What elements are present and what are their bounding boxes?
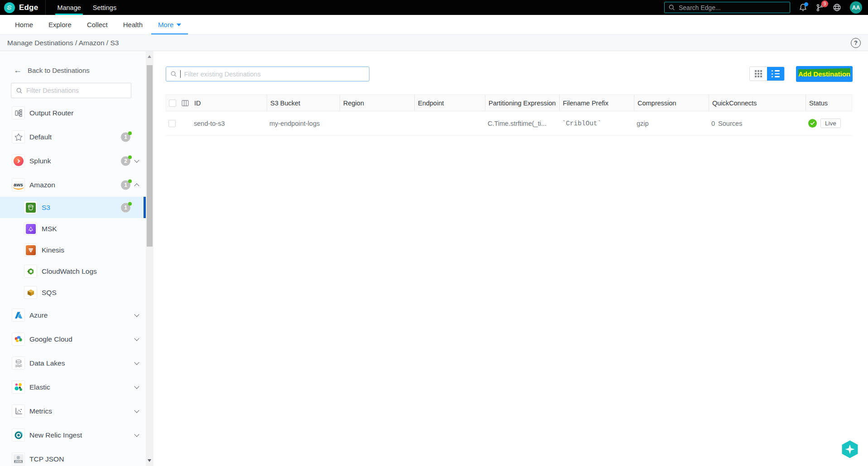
question-icon: ? bbox=[854, 39, 858, 46]
sidebar-item-splunk[interactable]: Splunk 2 bbox=[0, 149, 146, 173]
search-icon bbox=[16, 87, 23, 94]
scrollbar-thumb[interactable] bbox=[147, 65, 153, 247]
google-cloud-icon bbox=[12, 333, 25, 346]
breadcrumb: Manage Destinations / Amazon / S3 bbox=[7, 39, 119, 47]
tab-more[interactable]: More bbox=[150, 15, 189, 34]
sidebar-scrollbar[interactable] bbox=[146, 51, 153, 466]
tab-explore[interactable]: Explore bbox=[41, 15, 79, 34]
sidebar-item-kinesis[interactable]: Kinesis bbox=[0, 239, 146, 261]
sidebar-item-elastic[interactable]: Elastic bbox=[0, 375, 146, 399]
docs-globe-button[interactable] bbox=[833, 3, 841, 12]
grid-icon bbox=[755, 70, 762, 77]
assistant-fab-button[interactable] bbox=[840, 440, 859, 459]
git-changes-button[interactable]: 9 bbox=[816, 4, 824, 12]
secondary-nav: Home Explore Collect Health More bbox=[0, 15, 868, 34]
select-all-checkbox[interactable] bbox=[169, 100, 176, 107]
chevron-down-icon bbox=[177, 24, 181, 26]
sidebar-filter-input[interactable]: Filter Destinations bbox=[11, 83, 131, 98]
quickconnects-label: Sources bbox=[718, 120, 742, 127]
global-search-input[interactable]: Search Edge... bbox=[664, 2, 790, 13]
sidebar-filter-placeholder: Filter Destinations bbox=[26, 87, 79, 94]
header-endpoint: Endpoint bbox=[414, 95, 485, 111]
scroll-up-arrow[interactable] bbox=[148, 55, 151, 58]
splunk-icon bbox=[12, 154, 25, 167]
tab-collect[interactable]: Collect bbox=[79, 15, 115, 34]
destinations-sidebar: ← Back to Destinations Filter Destinatio… bbox=[0, 51, 146, 466]
header-region: Region bbox=[340, 95, 414, 111]
sidebar-item-google-cloud[interactable]: Google Cloud bbox=[0, 327, 146, 351]
cell-s3-bucket: my-endpoint-logs bbox=[266, 111, 339, 135]
brand-logo-area[interactable]: Edge bbox=[0, 0, 46, 15]
cell-compression: gzip bbox=[633, 111, 708, 135]
header-id: ID bbox=[166, 95, 267, 111]
tab-more-label: More bbox=[158, 21, 173, 29]
chevron-down-icon bbox=[134, 408, 139, 413]
cell-id[interactable]: send-to-s3 bbox=[166, 111, 266, 135]
back-label: Back to Destinations bbox=[28, 67, 90, 74]
columns-config-icon[interactable] bbox=[181, 99, 190, 107]
sidebar-item-msk[interactable]: MSK bbox=[0, 218, 146, 239]
azure-icon bbox=[12, 309, 25, 322]
cribl-logo-icon bbox=[4, 2, 15, 13]
live-dot bbox=[128, 131, 132, 135]
count-badge: 1 bbox=[121, 180, 130, 190]
sidebar-item-s3[interactable]: S3 1 bbox=[0, 197, 146, 218]
cell-endpoint bbox=[414, 111, 484, 135]
sidebar-item-amazon[interactable]: aws Amazon 1 bbox=[0, 173, 146, 197]
user-avatar[interactable]: AA bbox=[850, 1, 862, 14]
breadcrumb-bar: Manage Destinations / Amazon / S3 ? bbox=[0, 34, 868, 51]
tab-health[interactable]: Health bbox=[115, 15, 150, 34]
scroll-down-arrow[interactable] bbox=[148, 459, 151, 462]
chevron-down-icon bbox=[134, 157, 139, 162]
sidebar-item-new-relic-ingest[interactable]: New Relic Ingest bbox=[0, 423, 146, 447]
count-badge: 2 bbox=[121, 156, 130, 166]
top-nav: Manage Settings bbox=[51, 0, 122, 15]
notification-dot bbox=[804, 2, 808, 6]
list-icon bbox=[772, 70, 780, 77]
tab-home[interactable]: Home bbox=[7, 15, 41, 34]
sidebar-item-default[interactable]: Default 1 bbox=[0, 125, 146, 149]
filter-destinations-input[interactable]: Filter existing Destinations bbox=[166, 67, 369, 81]
header-compression: Compression bbox=[634, 95, 709, 111]
status-badge[interactable]: Live bbox=[820, 119, 841, 128]
grid-view-button[interactable] bbox=[750, 67, 767, 81]
output-router-icon bbox=[12, 106, 25, 119]
live-dot bbox=[128, 202, 132, 205]
table-row[interactable]: send-to-s3 my-endpoint-logs C.Time.strft… bbox=[166, 111, 852, 136]
sidebar-item-output-router[interactable]: Output Router bbox=[0, 101, 146, 125]
destination-type-list: Output Router Default 1 Splunk 2 bbox=[0, 101, 146, 466]
topbar-right-tools: Search Edge... 9 AA bbox=[664, 1, 868, 14]
star-icon bbox=[12, 130, 25, 143]
back-to-destinations-link[interactable]: ← Back to Destinations bbox=[0, 51, 146, 74]
topnav-settings[interactable]: Settings bbox=[87, 0, 122, 15]
sidebar-item-cloudwatch-logs[interactable]: CloudWatch Logs bbox=[0, 261, 146, 282]
sidebar-item-azure[interactable]: Azure bbox=[0, 303, 146, 327]
notifications-button[interactable] bbox=[799, 3, 807, 12]
sidebar-item-sqs[interactable]: SQS bbox=[0, 282, 146, 303]
destinations-main-panel: Filter existing Destinations Add Destina… bbox=[153, 51, 868, 466]
count-badge: 1 bbox=[121, 203, 130, 212]
sidebar-item-tcp-json[interactable]: JSON TCP JSON bbox=[0, 447, 146, 466]
header-s3-bucket: S3 Bucket bbox=[267, 95, 340, 111]
table-header-row: ID S3 Bucket Region Endpoint Partitionin… bbox=[166, 95, 852, 111]
cloudwatch-logs-icon bbox=[24, 265, 37, 278]
kinesis-icon bbox=[24, 243, 37, 257]
filter-placeholder: Filter existing Destinations bbox=[184, 71, 260, 78]
search-icon bbox=[170, 71, 177, 77]
s3-icon bbox=[24, 201, 37, 214]
sidebar-item-metrics[interactable]: Metrics bbox=[0, 399, 146, 423]
add-destination-button[interactable]: Add Destination bbox=[796, 66, 853, 82]
chevron-down-icon bbox=[134, 432, 139, 437]
chevron-down-icon bbox=[134, 384, 139, 389]
topnav-manage[interactable]: Manage bbox=[51, 0, 86, 15]
list-view-button[interactable] bbox=[767, 67, 784, 81]
row-checkbox[interactable] bbox=[168, 120, 176, 127]
chevron-down-icon bbox=[134, 360, 139, 365]
cell-status: Live bbox=[805, 111, 852, 135]
tcp-json-icon: JSON bbox=[12, 452, 25, 466]
count-badge: 1 bbox=[121, 132, 130, 142]
help-button[interactable]: ? bbox=[851, 38, 861, 48]
cell-partitioning-expression: C.Time.strftime(_ti... bbox=[484, 111, 559, 135]
chevron-down-icon bbox=[134, 312, 139, 317]
sidebar-item-data-lakes[interactable]: Data Lakes bbox=[0, 351, 146, 375]
